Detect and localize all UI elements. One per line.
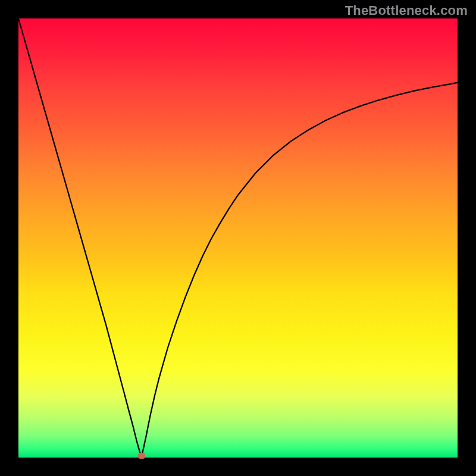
bottleneck-curve [18, 18, 458, 458]
chart-container: TheBottleneck.com [0, 0, 476, 476]
optimal-marker [138, 453, 145, 459]
plot-area [18, 18, 458, 458]
watermark-text: TheBottleneck.com [345, 3, 468, 18]
